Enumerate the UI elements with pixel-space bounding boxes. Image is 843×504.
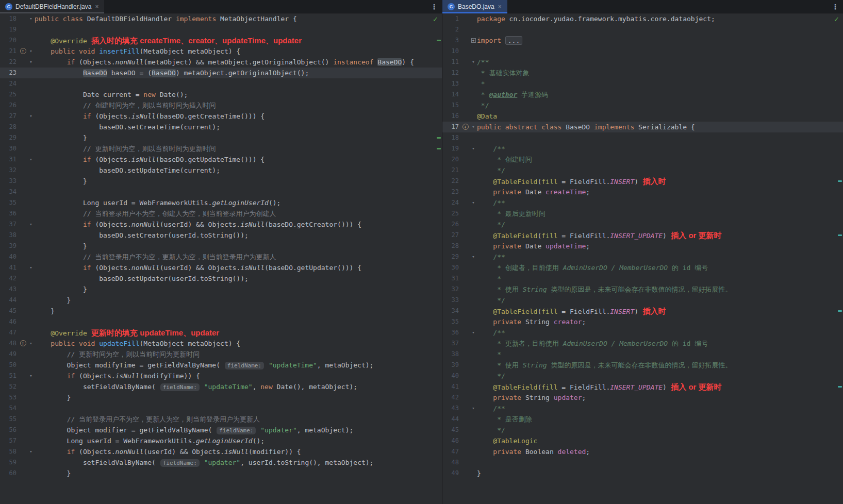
code-line[interactable]: 33 */ bbox=[442, 295, 843, 306]
code-line[interactable]: 45 */ bbox=[442, 425, 843, 435]
code-line[interactable]: 40 // 当前登录用户不为空，更新人为空，则当前登录用户为更新人 bbox=[0, 251, 442, 262]
code-text[interactable]: * 使用 String 类型的原因是，未来可能会存在非数值的情况，留好拓展性。 bbox=[477, 284, 843, 295]
code-text[interactable]: private String updater; bbox=[477, 392, 843, 403]
code-text[interactable]: BaseDO baseDO = (BaseDO) metaObject.getO… bbox=[35, 68, 442, 78]
line-number[interactable]: 36 bbox=[0, 208, 19, 219]
code-text[interactable]: /** bbox=[477, 327, 843, 338]
code-text[interactable]: Date current = new Date(); bbox=[35, 89, 442, 100]
line-number[interactable]: 49 bbox=[0, 349, 19, 360]
line-number[interactable]: 18 bbox=[442, 132, 461, 143]
code-text[interactable]: import ... bbox=[477, 35, 843, 46]
line-number[interactable]: 46 bbox=[442, 435, 461, 446]
code-line[interactable]: 3+import ... bbox=[442, 35, 843, 46]
line-number[interactable]: 29 bbox=[442, 251, 461, 262]
line-number[interactable]: 24 bbox=[0, 78, 19, 89]
code-line[interactable]: 34 @TableField(fill = FieldFill.INSERT) … bbox=[442, 306, 843, 316]
code-line[interactable]: 38 * bbox=[442, 349, 843, 360]
line-number[interactable]: 18 bbox=[0, 13, 19, 24]
line-number[interactable]: 25 bbox=[442, 208, 461, 219]
line-number[interactable]: 28 bbox=[0, 122, 19, 132]
line-number[interactable]: 32 bbox=[0, 165, 19, 176]
fold-icon[interactable]: ▾ bbox=[470, 251, 477, 262]
line-number[interactable]: 13 bbox=[442, 78, 461, 89]
line-number[interactable]: 10 bbox=[442, 46, 461, 57]
line-number[interactable]: 37 bbox=[442, 338, 461, 349]
line-number[interactable]: 43 bbox=[0, 284, 19, 295]
code-line[interactable]: 2 bbox=[442, 24, 843, 35]
code-line[interactable]: 53 } bbox=[0, 392, 442, 403]
line-number[interactable]: 39 bbox=[442, 360, 461, 371]
line-number[interactable]: 44 bbox=[0, 295, 19, 306]
line-number[interactable]: 22 bbox=[0, 57, 19, 68]
scrollbar-change-mark[interactable] bbox=[838, 234, 842, 236]
code-text[interactable]: package cn.iocoder.yudao.framework.mybat… bbox=[477, 13, 843, 24]
code-text[interactable]: /** bbox=[477, 143, 843, 154]
line-number[interactable]: 42 bbox=[442, 392, 461, 403]
code-line[interactable]: 47 @Override 更新时的填充 updateTime、updater bbox=[0, 327, 442, 338]
code-line[interactable]: 14 * @author 芋道源码 bbox=[442, 89, 843, 100]
line-number[interactable]: 29 bbox=[0, 132, 19, 143]
code-text[interactable]: @TableField(fill = FieldFill.INSERT) 插入时 bbox=[477, 176, 843, 187]
code-editor-right[interactable]: 1package cn.iocoder.yudao.framework.myba… bbox=[442, 13, 843, 504]
code-line[interactable]: 26 // 创建时间为空，则以当前时间为插入时间 bbox=[0, 100, 442, 111]
code-line[interactable]: 46 bbox=[0, 316, 442, 327]
code-line[interactable]: 35 private String creator; bbox=[442, 316, 843, 327]
code-text[interactable]: if (Objects.nonNull(metaObject) && metaO… bbox=[35, 57, 442, 68]
code-text[interactable]: /** bbox=[477, 251, 843, 262]
code-line[interactable]: 44 * 是否删除 bbox=[442, 414, 843, 425]
code-text[interactable]: Object modifyTime = getFieldValByName( f… bbox=[35, 360, 442, 371]
line-number[interactable]: 45 bbox=[0, 306, 19, 316]
code-text[interactable]: * 创建时间 bbox=[477, 154, 843, 165]
line-number[interactable]: 27 bbox=[0, 111, 19, 122]
code-text[interactable] bbox=[35, 24, 442, 35]
scrollbar-change-mark[interactable] bbox=[437, 148, 441, 149]
code-line[interactable]: 29▾ /** bbox=[442, 251, 843, 262]
code-line[interactable]: 20 @Override 插入时的填充 createTime、creator、u… bbox=[0, 35, 442, 46]
tab-defaultdbfieldhandler-java[interactable]: C DefaultDBFieldHandler.java × bbox=[0, 0, 104, 13]
code-text[interactable]: * 使用 String 类型的原因是，未来可能会存在非数值的情况，留好拓展性。 bbox=[477, 360, 843, 371]
code-text[interactable]: // 当前登录用户不为空，更新人为空，则当前登录用户为更新人 bbox=[35, 414, 442, 425]
line-number[interactable]: 19 bbox=[442, 143, 461, 154]
code-line[interactable]: 54 bbox=[0, 403, 442, 414]
line-number[interactable]: 45 bbox=[442, 425, 461, 435]
code-text[interactable]: * @author 芋道源码 bbox=[477, 89, 843, 100]
code-text[interactable] bbox=[35, 187, 442, 197]
code-text[interactable]: } bbox=[35, 468, 442, 479]
line-number[interactable]: 3 bbox=[442, 35, 461, 46]
code-text[interactable]: @TableField(fill = FieldFill.INSERT_UPDA… bbox=[477, 230, 843, 241]
code-line[interactable]: 23 private Date createTime; bbox=[442, 187, 843, 197]
line-number[interactable]: 2 bbox=[442, 24, 461, 35]
code-line[interactable]: 12 * 基础实体对象 bbox=[442, 68, 843, 78]
line-number[interactable]: 42 bbox=[0, 273, 19, 284]
fold-icon[interactable]: ▾ bbox=[27, 262, 35, 273]
code-line[interactable]: 48↑▾ public void updateFill(MetaObject m… bbox=[0, 338, 442, 349]
tab-basedo-java[interactable]: C BaseDO.java × bbox=[442, 0, 507, 13]
code-text[interactable]: } bbox=[35, 241, 442, 251]
code-text[interactable]: if (Objects.nonNull(userId) && Objects.i… bbox=[35, 262, 442, 273]
line-number[interactable]: 47 bbox=[442, 446, 461, 457]
line-number[interactable]: 53 bbox=[0, 392, 19, 403]
code-text[interactable]: if (Objects.isNull(baseDO.getUpdateTime(… bbox=[35, 154, 442, 165]
scrollbar-error-stripe[interactable] bbox=[837, 13, 843, 504]
line-number[interactable]: 41 bbox=[442, 381, 461, 392]
code-text[interactable]: if (Objects.nonNull(userId) && Objects.i… bbox=[35, 446, 442, 457]
code-text[interactable]: /** bbox=[477, 57, 843, 68]
code-line[interactable]: 35 Long userId = WebFrameworkUtils.getLo… bbox=[0, 197, 442, 208]
line-number[interactable]: 23 bbox=[0, 68, 19, 78]
code-line[interactable]: 41 @TableField(fill = FieldFill.INSERT_U… bbox=[442, 381, 843, 392]
line-number[interactable]: 56 bbox=[0, 425, 19, 435]
code-text[interactable]: Long userId = WebFrameworkUtils.getLogin… bbox=[35, 197, 442, 208]
code-line[interactable]: 1package cn.iocoder.yudao.framework.myba… bbox=[442, 13, 843, 24]
code-text[interactable] bbox=[477, 132, 843, 143]
code-line[interactable]: 28 private Date updateTime; bbox=[442, 241, 843, 251]
code-line[interactable]: 21 */ bbox=[442, 165, 843, 176]
code-line[interactable]: 30 * 创建者，目前使用 AdminUserDO / MemberUserDO… bbox=[442, 262, 843, 273]
code-line[interactable]: 48 bbox=[442, 457, 843, 468]
line-number[interactable]: 35 bbox=[0, 197, 19, 208]
code-text[interactable]: } bbox=[35, 392, 442, 403]
line-number[interactable]: 14 bbox=[442, 89, 461, 100]
inspection-ok-icon[interactable]: ✓ bbox=[433, 15, 438, 23]
code-line[interactable]: 17↓▾public abstract class BaseDO impleme… bbox=[442, 122, 843, 132]
code-text[interactable]: */ bbox=[477, 295, 843, 306]
line-number[interactable]: 26 bbox=[442, 219, 461, 230]
